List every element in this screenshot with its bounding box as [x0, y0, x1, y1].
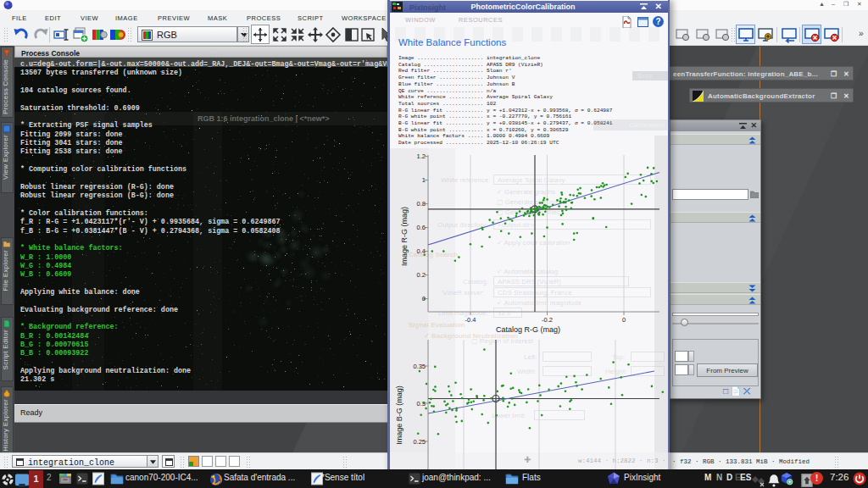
svg-text:-0.4: -0.4: [465, 316, 476, 324]
svg-text:1.2: 1.2: [417, 152, 426, 160]
svg-text:1: 1: [422, 176, 426, 184]
svg-text:Image R-G (mag): Image R-G (mag): [400, 207, 409, 266]
svg-text:0.35: 0.35: [413, 363, 426, 370]
svg-text:0.6: 0.6: [417, 224, 426, 231]
svg-text:Catalog R-G (mag): Catalog R-G (mag): [496, 325, 560, 334]
svg-text:0.25: 0.25: [413, 438, 426, 446]
svg-text:-0.2: -0.2: [542, 316, 553, 324]
svg-text:Image B-G (mag): Image B-G (mag): [395, 385, 403, 445]
svg-text:0.8: 0.8: [417, 200, 426, 208]
svg-text:0: 0: [622, 316, 626, 324]
svg-text:0.2: 0.2: [417, 271, 426, 279]
